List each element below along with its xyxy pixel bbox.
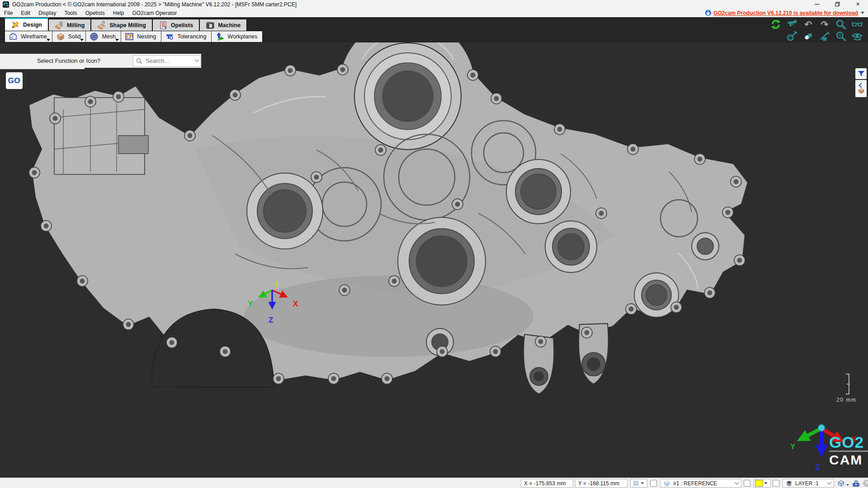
tab-shape-milling[interactable]: Shape Milling: [91, 19, 152, 31]
grid-dropdown-arrow[interactable]: [641, 483, 644, 484]
shape-milling-icon: [97, 21, 106, 30]
scale-indicator: 20 mm: [836, 374, 856, 403]
origin-y-label: Y: [248, 300, 253, 308]
brand-logo: Y X Z GO2 CAM: [790, 425, 868, 472]
dynamic-view-icon[interactable]: [850, 31, 864, 42]
tool-wireframe-label: Wireframe: [21, 33, 47, 40]
wireframe-icon: [9, 32, 18, 41]
brand-y-label: Y: [790, 442, 796, 451]
restore-button[interactable]: [827, 0, 848, 9]
tab-opelists-label: Opelists: [171, 22, 193, 28]
workplanes-icon: [215, 32, 224, 41]
x-coordinate-readout: X = -175.853 mm: [521, 479, 573, 488]
close-button[interactable]: ✕: [848, 0, 868, 9]
tool-solid[interactable]: Solid: [52, 31, 86, 42]
help-button[interactable]: ?: [862, 479, 868, 488]
update-menu-arrow: [861, 12, 864, 14]
solid-dropdown-arrow[interactable]: [80, 39, 84, 41]
menu-tools[interactable]: Tools: [60, 9, 81, 17]
menu-go2cam-operator[interactable]: GO2cam Operator: [128, 9, 181, 17]
quick-tools: ↶ ↷: [768, 19, 865, 42]
tool-solid-label: Solid: [68, 33, 81, 40]
brand-top-text: GO2: [829, 433, 864, 451]
tool-tolerancing[interactable]: Tolerancing: [161, 31, 212, 42]
grid-toggle-button[interactable]: [630, 479, 647, 488]
download-icon: [705, 9, 712, 16]
current-color-swatch[interactable]: [755, 480, 763, 487]
color-dropdown-arrow[interactable]: [764, 483, 767, 484]
wireframe-dropdown-arrow[interactable]: [47, 39, 50, 41]
go2cam-window: GO2cam Production < © GO2cam Internation…: [0, 0, 868, 488]
y-coordinate-readout: Y = -168.115 mm: [575, 479, 627, 488]
color-apply-checkbox[interactable]: [744, 480, 750, 487]
view-cube-dropdown-arrow[interactable]: [846, 484, 849, 486]
machine-icon: [206, 21, 215, 30]
menu-edit[interactable]: Edit: [17, 9, 34, 17]
viewport-canvas[interactable]: 1 Y X Z 20 mm Y X Z: [0, 42, 868, 478]
function-prompt: Select Function or Icon?: [5, 57, 133, 64]
tab-opelists[interactable]: Opelists: [152, 19, 199, 31]
layer-dropdown-chevron[interactable]: [827, 480, 832, 485]
view-glasses-icon[interactable]: [850, 19, 864, 30]
milling-icon: [55, 21, 64, 30]
layer-selector[interactable]: LAYER :1: [783, 479, 834, 488]
reference-cube-icon: [663, 480, 670, 487]
panel-collapse-button[interactable]: [855, 80, 867, 97]
color-selector[interactable]: [754, 479, 771, 488]
tool-mesh-label: Mesh: [102, 33, 116, 40]
brand-z-label: Z: [816, 463, 820, 472]
spacer: [769, 31, 783, 42]
zoom-icon[interactable]: [834, 19, 848, 30]
reference-visibility-checkbox[interactable]: [650, 480, 657, 487]
mesh-dropdown-arrow[interactable]: [115, 39, 119, 41]
search-dropdown-chevron[interactable]: [195, 58, 199, 62]
erase-icon[interactable]: [801, 31, 816, 42]
filter-button[interactable]: [855, 68, 867, 79]
refresh-icon[interactable]: [769, 19, 783, 30]
viewport[interactable]: 1 Y X Z 20 mm Y X Z: [0, 42, 868, 478]
search-box[interactable]: [133, 55, 201, 66]
undo-icon[interactable]: ↶: [801, 19, 816, 30]
reference-dropdown-chevron[interactable]: [735, 480, 739, 485]
tool-nesting-label: Nesting: [137, 33, 156, 40]
tab-milling-label: Milling: [67, 22, 85, 28]
tool-wireframe[interactable]: Wireframe: [5, 31, 52, 42]
customize-icon[interactable]: [785, 31, 799, 42]
minimize-button[interactable]: [807, 0, 827, 9]
menu-help[interactable]: Help: [109, 9, 128, 17]
view-cube-button[interactable]: [837, 479, 849, 488]
solid-icon: [56, 32, 65, 41]
tool-workplanes[interactable]: Workplanes: [212, 31, 262, 42]
zoom-extents-icon[interactable]: [834, 31, 848, 42]
layer-selector-value: LAYER :1: [795, 480, 819, 487]
toolbox-button[interactable]: [851, 479, 861, 488]
layer-visibility-checkbox[interactable]: [773, 480, 779, 487]
menu-opelists[interactable]: Opelists: [81, 9, 108, 17]
search-input[interactable]: [145, 57, 193, 65]
tool-nesting[interactable]: Nesting: [121, 31, 161, 42]
reference-selector[interactable]: #1 : REFERENCE: [660, 479, 741, 488]
mesh-icon: [90, 32, 99, 41]
tab-machine[interactable]: Machine: [199, 19, 247, 31]
ribbon-tool-strip: Wireframe Solid Mesh Nesting Tolerancing: [5, 31, 263, 42]
go-logo-button[interactable]: GO: [6, 72, 23, 89]
search-icon: [136, 58, 142, 64]
menu-file[interactable]: File: [0, 9, 17, 17]
update-download-link[interactable]: GO2cam Production V6.12.210 is available…: [705, 9, 864, 17]
magic-clean-icon[interactable]: [817, 31, 832, 42]
menu-display[interactable]: Display: [34, 9, 60, 17]
tab-milling[interactable]: Milling: [48, 19, 91, 31]
measure-icon[interactable]: [785, 19, 799, 30]
tab-shape-milling-label: Shape Milling: [109, 22, 146, 28]
tab-machine-label: Machine: [218, 22, 241, 28]
app-icon: [3, 1, 9, 8]
ribbon: Design Milling Shape Milling Opelists Ma…: [0, 17, 868, 42]
tool-mesh[interactable]: Mesh: [86, 31, 121, 42]
brand-bottom-text: CAM: [829, 452, 863, 467]
tab-design[interactable]: Design: [5, 18, 48, 31]
redo-icon[interactable]: ↷: [817, 19, 832, 30]
origin-x-label: X: [293, 300, 298, 308]
tool-workplanes-label: Workplanes: [227, 33, 257, 40]
design-icon: [11, 20, 20, 29]
origin-z-label: Z: [269, 316, 273, 324]
